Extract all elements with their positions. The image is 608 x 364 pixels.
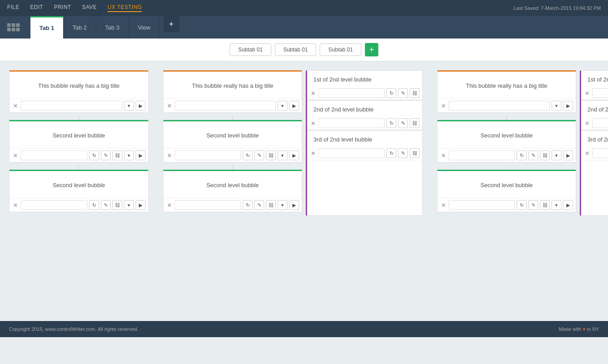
edit-icon[interactable]: ✎ (101, 150, 111, 160)
edit-icon[interactable]: ✎ (398, 118, 408, 128)
sub-bubble-s3-2: 2nd of 2nd level bubble ✕ ↻ ✎ (581, 101, 608, 131)
bubble-input[interactable] (449, 200, 515, 210)
bubble-input[interactable] (449, 150, 515, 160)
dropdown-button[interactable]: ▾ (278, 150, 287, 160)
sub-bubble-s3-1-title: 1st of 2nd level bubble (581, 71, 608, 86)
dropdown-button[interactable]: ▾ (278, 200, 287, 210)
arrow-button[interactable]: ▶ (563, 101, 573, 111)
edit-icon[interactable]: ✎ (528, 200, 538, 210)
arrow-button[interactable]: ▶ (289, 101, 299, 111)
arrow-button[interactable]: ▶ (136, 101, 146, 111)
close-button[interactable]: ✕ (12, 152, 19, 159)
bubble-input[interactable] (175, 101, 276, 111)
close-button[interactable]: ✕ (584, 120, 591, 127)
edit-icon[interactable]: ✎ (254, 150, 264, 160)
link-icon[interactable]: ⛓ (266, 200, 276, 210)
link-icon[interactable]: ⛓ (112, 150, 122, 160)
reload-icon[interactable]: ↻ (386, 118, 396, 128)
nav-edit[interactable]: EDIT (30, 4, 43, 12)
close-button[interactable]: ✕ (310, 120, 317, 127)
nav-ux-testing[interactable]: UX TESTING (107, 4, 142, 12)
copyright-text: Copyright 2015, www.controlWriter.com. A… (9, 326, 138, 332)
footer: Copyright 2015, www.controlWriter.com. A… (0, 321, 608, 337)
close-button[interactable]: ✕ (166, 103, 173, 109)
subtab-3[interactable]: Subtab 01 (320, 43, 361, 56)
dropdown-button[interactable]: ▾ (552, 200, 561, 210)
nav-print[interactable]: PRINT (54, 4, 72, 12)
close-button[interactable]: ✕ (310, 150, 317, 157)
link-icon[interactable]: ⛓ (410, 148, 420, 158)
reload-icon[interactable]: ↻ (243, 150, 253, 160)
bubble-input[interactable] (592, 88, 608, 98)
bubble-s2-2: Second level bubble ✕ ↻ ✎ ⛓ ▾ ▶ (163, 120, 302, 163)
tab-2[interactable]: Tab 2 (64, 16, 96, 39)
bubble-input[interactable] (449, 101, 550, 111)
link-icon[interactable]: ⛓ (266, 150, 276, 160)
link-icon[interactable]: ⛓ (112, 200, 122, 210)
grid-icon[interactable] (7, 23, 20, 31)
reload-icon[interactable]: ↻ (89, 150, 99, 160)
tab-view[interactable]: View (129, 16, 160, 39)
bubble-input[interactable] (175, 200, 241, 210)
arrow-button[interactable]: ▶ (289, 200, 299, 210)
link-icon[interactable]: ⛓ (540, 200, 550, 210)
reload-icon[interactable]: ↻ (517, 150, 527, 160)
close-button[interactable]: ✕ (166, 202, 173, 209)
reload-icon[interactable]: ↻ (517, 200, 527, 210)
bubble-input[interactable] (592, 148, 608, 158)
bubble-input[interactable] (318, 118, 385, 128)
dropdown-button[interactable]: ▾ (552, 101, 561, 111)
link-icon[interactable]: ⛓ (410, 118, 420, 128)
close-button[interactable]: ✕ (310, 90, 317, 97)
reload-icon[interactable]: ↻ (89, 200, 99, 210)
nav-save[interactable]: SAVE (82, 4, 97, 12)
close-button[interactable]: ✕ (12, 202, 19, 209)
close-button[interactable]: ✕ (584, 90, 591, 97)
add-tab-button[interactable]: + (163, 16, 180, 32)
bubble-input[interactable] (21, 101, 122, 111)
bubble-s3-2-title: Second level bubble (437, 121, 576, 148)
sub-bubble-s2-1-title: 1st of 2nd level bubble (307, 71, 422, 86)
edit-icon[interactable]: ✎ (398, 148, 408, 158)
dropdown-button[interactable]: ▾ (278, 101, 287, 111)
subtab-1[interactable]: Subtab 01 (230, 43, 271, 56)
close-button[interactable]: ✕ (166, 152, 173, 159)
edit-icon[interactable]: ✎ (528, 150, 538, 160)
edit-icon[interactable]: ✎ (398, 88, 408, 98)
dropdown-button[interactable]: ▾ (124, 150, 134, 160)
add-subtab-button[interactable]: + (365, 43, 378, 56)
bubble-s3-1-title: This bubble really has a big title (437, 72, 576, 98)
bubble-input[interactable] (175, 150, 241, 160)
section-3-main: This bubble really has a big title ✕ ▾ ▶… (437, 70, 576, 216)
tab-3[interactable]: Tab 3 (96, 16, 129, 39)
bubble-input[interactable] (318, 88, 385, 98)
dropdown-button[interactable]: ▾ (124, 200, 134, 210)
bubble-input[interactable] (318, 148, 385, 158)
close-button[interactable]: ✕ (440, 103, 447, 109)
bubble-input[interactable] (592, 118, 608, 128)
bubble-input[interactable] (21, 150, 87, 160)
edit-icon[interactable]: ✎ (101, 200, 111, 210)
reload-icon[interactable]: ↻ (386, 148, 396, 158)
reload-icon[interactable]: ↻ (243, 200, 253, 210)
subtab-2[interactable]: Subtab 01 (275, 43, 317, 56)
arrow-button[interactable]: ▶ (289, 150, 299, 160)
dropdown-button[interactable]: ▾ (124, 101, 134, 111)
link-icon[interactable]: ⛓ (540, 150, 550, 160)
tab-1[interactable]: Tab 1 (30, 16, 64, 39)
arrow-button[interactable]: ▶ (136, 200, 146, 210)
close-button[interactable]: ✕ (440, 202, 447, 209)
close-button[interactable]: ✕ (12, 103, 19, 109)
arrow-button[interactable]: ▶ (563, 200, 573, 210)
close-button[interactable]: ✕ (440, 152, 447, 159)
sub-bubble-s3-2-title: 2nd of 2nd level bubble (581, 101, 608, 116)
reload-icon[interactable]: ↻ (386, 88, 396, 98)
dropdown-button[interactable]: ▾ (552, 150, 561, 160)
link-icon[interactable]: ⛓ (410, 88, 420, 98)
close-button[interactable]: ✕ (584, 150, 591, 157)
nav-file[interactable]: FILE (7, 4, 19, 12)
edit-icon[interactable]: ✎ (254, 200, 264, 210)
arrow-button[interactable]: ▶ (563, 150, 573, 160)
arrow-button[interactable]: ▶ (136, 150, 146, 160)
bubble-input[interactable] (21, 200, 87, 210)
